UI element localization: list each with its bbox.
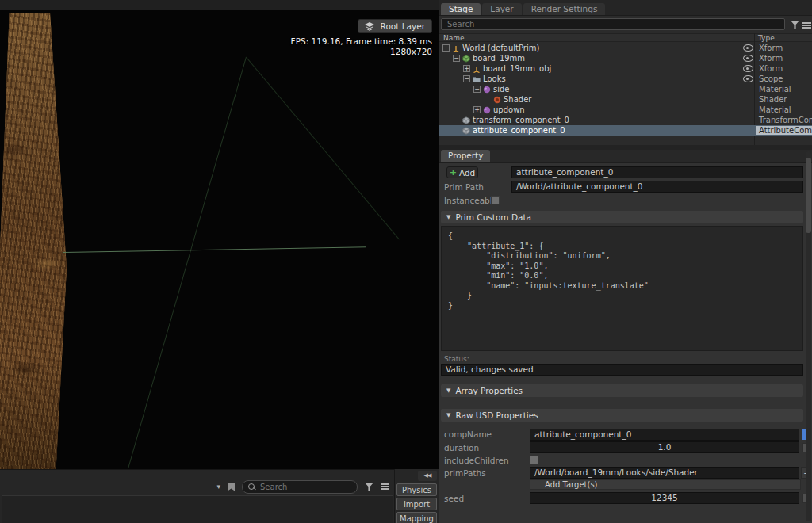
prim-path-field[interactable]: /World/attribute_component_0 [511,181,803,193]
search-icon [248,483,255,490]
tree-label: Shader [504,95,531,104]
collapse-icon[interactable]: − [463,75,470,82]
root-layer-label: Root Layer [381,21,425,31]
expand-icon[interactable]: + [473,106,481,113]
root-layer-button[interactable]: Root Layer [358,19,432,33]
seed-field[interactable]: 12345 [530,492,799,504]
section-array-properties[interactable]: ▼ Array Properties [441,384,803,397]
section-title: Prim Custom Data [455,212,531,222]
tree-label: Looks [483,74,506,83]
plus-icon: + [450,169,457,177]
wireframe-line [63,246,366,253]
side-tab-stack: ◀◀ Physics Import Mapping [394,469,439,523]
stage-search-input[interactable] [446,19,780,29]
mesh-cube-icon [462,55,470,63]
tree-row-looks[interactable]: − Looks Scope [439,74,812,84]
comp-name-label: compName [444,429,492,439]
section-title: Array Properties [455,386,523,395]
custom-data-json: { "attribute_1": { "distribution": "unif… [448,231,796,311]
filter-icon[interactable] [365,483,373,491]
section-prim-custom-data[interactable]: ▼ Prim Custom Data [441,211,803,223]
content-browser-panel: ▾ [0,469,394,523]
prim-paths-field[interactable]: /World/board_19mm/Looks/side/Shader [530,467,799,479]
scrollbar-thumb[interactable] [806,158,811,233]
collapse-icon[interactable]: − [442,44,450,52]
collapse-panel-button[interactable]: ◀◀ [418,471,437,481]
custom-data-editor[interactable]: { "attribute_1": { "distribution": "unif… [441,226,803,351]
options-menu-icon[interactable] [381,483,389,485]
section-raw-usd-properties[interactable]: ▼ Raw USD Properties [441,409,803,422]
add-button-label: Add [459,168,475,178]
material-icon [483,86,491,94]
tree-column-header: Name Type [439,33,812,42]
shader-icon [493,96,501,104]
add-targets-button[interactable]: Add Target(s) [530,479,801,490]
tree-row-board-19mm[interactable]: − board_19mm Xform [439,53,812,63]
tree-label: World (defaultPrim) [462,44,539,52]
column-name-label: Name [443,34,465,42]
tree-row-updown[interactable]: + updown Material [439,105,812,115]
tab-layer[interactable]: Layer [482,3,521,15]
include-children-checkbox[interactable] [530,456,538,464]
viewport-top-strip [0,0,439,10]
viewport-3d[interactable]: Root Layer FPS: 119.16, Frame time: 8.39… [0,10,439,469]
stage-panel: ····· ···· Stage Layer Render Settings N… [439,0,812,523]
tree-row-attribute-component[interactable]: attribute_component_0 AttributeCompon [439,125,812,136]
tree-row-shader[interactable]: Shader Shader [439,94,812,105]
dropdown-caret-icon[interactable]: ▾ [216,483,220,491]
stage-filter-icon[interactable] [791,21,799,29]
tab-import-label: Import [404,500,430,509]
instanceable-checkbox[interactable] [491,196,500,204]
property-scrollbar[interactable] [806,151,811,521]
tab-render-settings[interactable]: Render Settings [523,3,606,15]
xform-icon [452,44,460,52]
tree-row-side[interactable]: − side Material [439,84,812,94]
tree-row-transform-component[interactable]: transform_component_0 TransformCompo [439,115,812,125]
folder-icon [473,75,481,83]
duration-field[interactable]: 1.0 [530,441,799,453]
xform-icon [473,65,481,73]
status-label: Status: [444,355,469,363]
visibility-eye-icon[interactable] [743,75,753,82]
content-search-input[interactable] [259,482,351,492]
stage-search-box[interactable] [441,18,785,30]
component-icon [462,127,470,135]
visibility-eye-icon[interactable] [743,65,753,72]
collapse-icon[interactable]: − [453,55,460,62]
comp-name-field[interactable]: attribute_component_0 [530,429,799,441]
tab-property[interactable]: Property [441,150,490,162]
wireframe-line [128,57,247,468]
tab-import[interactable]: Import [396,498,437,510]
tree-type: Xform [756,64,812,73]
content-browser-list[interactable] [2,495,393,523]
include-children-label: includeChildren [444,456,509,465]
tree-label: side [493,85,510,94]
tree-type: AttributeCompon [756,126,812,135]
tree-row-board-19mm-obj[interactable]: + board_19mm_obj Xform [439,63,812,74]
visibility-eye-icon[interactable] [743,55,753,62]
visibility-eye-icon[interactable] [743,44,753,52]
property-panel: Property + Add attribute_component_0 Pri… [439,150,812,523]
tab-stage[interactable]: Stage [441,3,481,15]
prim-name-field[interactable]: attribute_component_0 [511,166,803,178]
layers-icon [365,22,374,31]
tree-label: attribute_component_0 [473,126,565,135]
stage-options-icon[interactable] [802,22,811,24]
column-type-label: Type [758,34,775,42]
tree-type: Shader [756,95,812,104]
bookmark-icon[interactable] [228,483,235,491]
section-caret-icon: ▼ [446,387,450,394]
tab-physics[interactable]: Physics [396,483,437,496]
content-search-box[interactable] [242,480,358,494]
duration-label: duration [444,443,479,452]
tree-label: updown [493,105,525,114]
tab-mapping[interactable]: Mapping [396,512,437,523]
component-icon [462,116,470,124]
add-property-button[interactable]: + Add [446,166,478,178]
tree-type: Material [756,105,812,114]
property-tab-bar: Property [439,150,812,163]
collapse-icon[interactable]: − [473,86,481,93]
tree-row-world[interactable]: − World (defaultPrim) Xform [439,43,812,53]
application-window: Root Layer FPS: 119.16, Frame time: 8.39… [0,0,812,523]
expand-icon[interactable]: + [463,65,470,72]
